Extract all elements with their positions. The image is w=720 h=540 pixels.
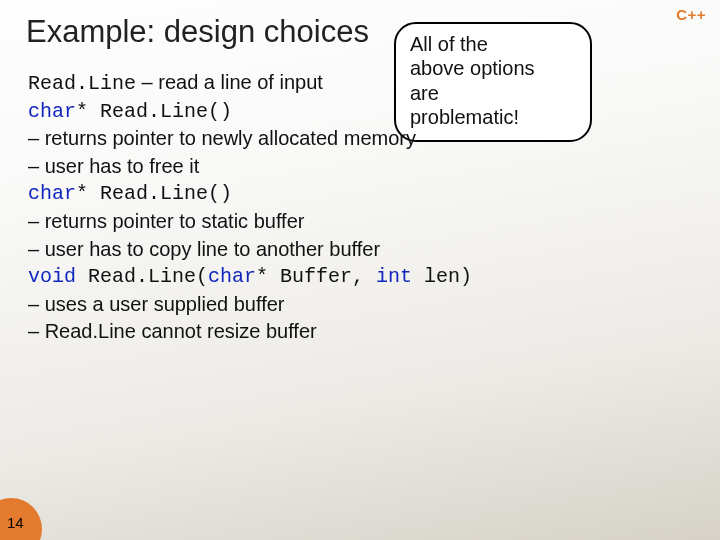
intro-line: Read.Line – read a line of input [28, 70, 638, 97]
bullet: – uses a user supplied buffer [28, 292, 638, 318]
sig-text: len) [412, 265, 472, 288]
intro-text: – read a line of input [136, 71, 323, 93]
sig-text: Read.Line( [76, 265, 208, 288]
kw-void: void [28, 265, 76, 288]
signature-3: void Read.Line(char* Buffer, int len) [28, 264, 638, 290]
kw-char: char [208, 265, 256, 288]
kw-int: int [376, 265, 412, 288]
bullet: – returns pointer to newly allocated mem… [28, 126, 638, 152]
sig-text: * Read.Line() [76, 100, 232, 123]
slide-body: Read.Line – read a line of input char* R… [28, 70, 638, 347]
bullet: – Read.Line cannot resize buffer [28, 319, 638, 345]
kw-char: char [28, 100, 76, 123]
bullet: – user has to free it [28, 154, 638, 180]
annotation-line: All of the [410, 32, 578, 56]
kw-char: char [28, 182, 76, 205]
sig-text: * Buffer, [256, 265, 376, 288]
bullet: – user has to copy line to another buffe… [28, 237, 638, 263]
bullet: – returns pointer to static buffer [28, 209, 638, 235]
cpp-badge: C++ [676, 6, 706, 23]
signature-1: char* Read.Line() [28, 99, 638, 125]
sig-text: * Read.Line() [76, 182, 232, 205]
page-number: 14 [7, 514, 24, 531]
signature-2: char* Read.Line() [28, 181, 638, 207]
slide-title: Example: design choices [26, 14, 369, 50]
intro-code: Read.Line [28, 72, 136, 95]
